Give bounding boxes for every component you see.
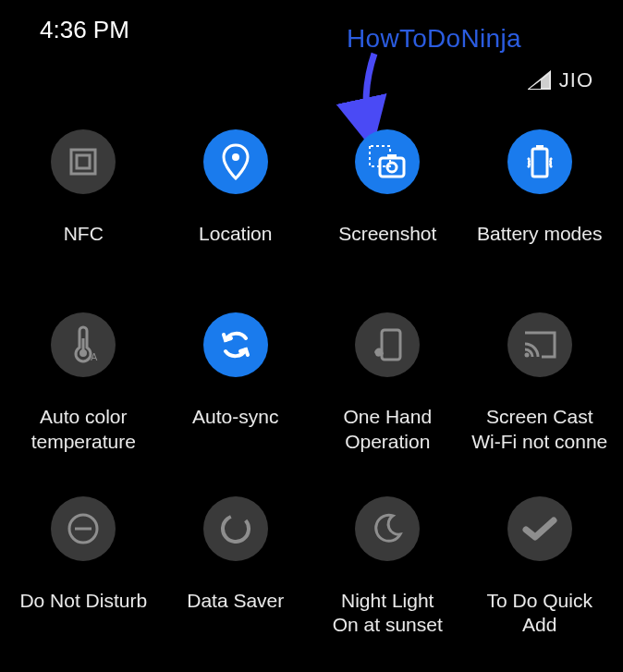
svg-point-4	[387, 163, 397, 172]
signal-status: JIO	[528, 68, 593, 92]
svg-rect-11	[382, 330, 400, 360]
check-icon	[507, 496, 572, 561]
nfc-icon	[51, 129, 116, 194]
svg-text:A: A	[91, 351, 98, 362]
tile-location[interactable]: Location	[160, 122, 312, 305]
svg-rect-6	[532, 149, 547, 177]
location-icon	[203, 129, 268, 194]
cast-icon	[507, 312, 572, 377]
svg-point-2	[232, 153, 239, 161]
tile-label: One Hand Operation	[343, 405, 432, 454]
tile-auto-sync[interactable]: Auto-sync	[160, 305, 312, 488]
tile-dnd[interactable]: Do Not Disturb	[7, 489, 160, 672]
moon-icon	[355, 496, 420, 561]
tile-todo-quick-add[interactable]: To Do Quick Add	[464, 489, 617, 672]
thermometer-icon: A	[51, 312, 116, 377]
tile-nfc[interactable]: NFC	[7, 122, 160, 305]
svg-rect-5	[387, 154, 397, 159]
tile-label: Battery modes	[477, 222, 602, 246]
tile-data-saver[interactable]: Data Saver	[160, 489, 312, 672]
tile-label: Auto-sync	[192, 405, 278, 429]
svg-rect-1	[77, 155, 90, 168]
tile-label: Night Light On at sunset	[333, 589, 443, 638]
tile-label: Screen Cast Wi-Fi not conne	[471, 405, 607, 454]
one-hand-icon	[355, 312, 420, 377]
quick-settings-panel: 4:36 PM HowToDoNinja JIO	[0, 0, 623, 672]
status-time: 4:36 PM	[40, 16, 129, 44]
tile-label: Data Saver	[187, 589, 284, 613]
tile-auto-color-temp[interactable]: A Auto color temperature	[7, 305, 160, 488]
tile-label: Screenshot	[338, 222, 436, 246]
tile-one-hand[interactable]: One Hand Operation	[312, 305, 464, 488]
tile-night-light[interactable]: Night Light On at sunset	[312, 489, 464, 672]
tile-label: Auto color temperature	[31, 405, 136, 454]
tile-label: To Do Quick Add	[487, 589, 592, 638]
tile-screen-cast[interactable]: Screen Cast Wi-Fi not conne	[464, 305, 617, 488]
tile-label: Location	[199, 222, 272, 246]
annotation-text: HowToDoNinja	[347, 24, 521, 54]
svg-point-12	[524, 353, 529, 358]
tiles-grid: NFC Location Screenshot	[0, 113, 623, 672]
svg-rect-0	[71, 150, 95, 174]
tile-battery-modes[interactable]: Battery modes	[464, 122, 617, 305]
svg-point-15	[217, 510, 253, 546]
svg-rect-7	[536, 145, 544, 150]
tile-screenshot[interactable]: Screenshot	[312, 122, 464, 305]
tile-label: Do Not Disturb	[19, 589, 147, 613]
dnd-icon	[51, 496, 116, 561]
screenshot-icon	[355, 129, 420, 194]
battery-icon	[507, 129, 572, 194]
data-saver-icon	[203, 496, 268, 561]
signal-icon	[528, 70, 552, 91]
status-bar: 4:36 PM	[0, 0, 623, 55]
sync-icon	[203, 312, 268, 377]
carrier-label: JIO	[559, 68, 593, 92]
tile-label: NFC	[64, 222, 104, 246]
